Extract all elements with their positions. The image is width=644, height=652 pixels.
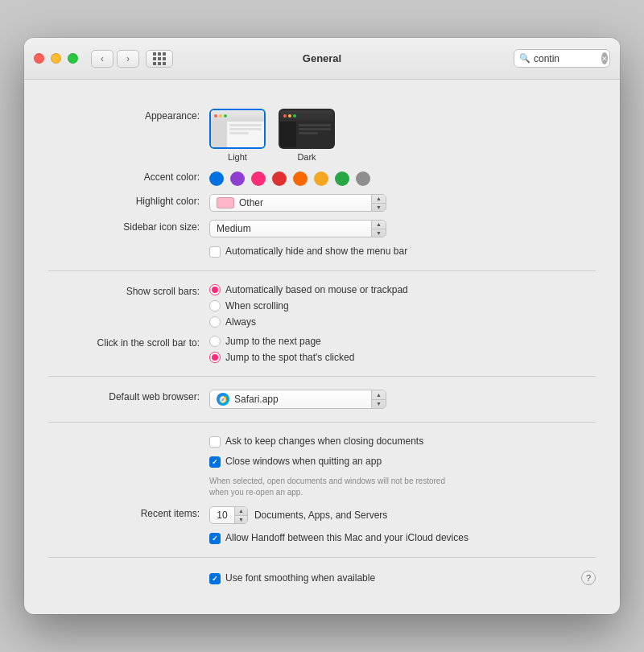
back-icon: ‹ xyxy=(101,53,104,64)
click-spot-radio[interactable] xyxy=(209,352,221,363)
scroll-scrolling-radio[interactable] xyxy=(209,300,221,312)
sidebar-size-down[interactable]: ▼ xyxy=(372,229,386,237)
light-thumb-sidebar xyxy=(211,122,227,147)
search-input[interactable] xyxy=(534,53,598,64)
highlight-color-text: Other xyxy=(239,197,263,208)
font-smoothing-checkbox[interactable] xyxy=(209,573,221,584)
accent-yellow[interactable] xyxy=(314,171,328,186)
accent-color-row: Accent color: xyxy=(48,170,596,186)
forward-icon: › xyxy=(126,53,130,64)
default-browser-row: Default web browser: 🧭 Safari.app ▲ ▼ xyxy=(48,390,596,409)
browser-up[interactable]: ▲ xyxy=(372,390,386,400)
thumb-dot-green xyxy=(224,114,227,118)
ask-keep-spacer xyxy=(48,435,209,437)
appearance-dark-option[interactable]: Dark xyxy=(279,109,335,162)
font-smoothing-help-button[interactable]: ? xyxy=(581,571,596,585)
forward-button[interactable]: › xyxy=(117,50,139,68)
scroll-auto-radio[interactable] xyxy=(209,284,221,295)
scroll-auto-label: Automatically based on mouse or trackpad xyxy=(225,284,408,295)
highlight-up-arrow[interactable]: ▲ xyxy=(372,195,386,204)
close-windows-checkbox-row: Close windows when quitting an app xyxy=(209,456,382,468)
recent-items-up[interactable]: ▲ xyxy=(235,507,247,515)
minimize-button[interactable] xyxy=(51,53,61,64)
accent-purple[interactable] xyxy=(230,171,245,186)
thumb-line-dark xyxy=(299,128,331,130)
thumb-line xyxy=(229,124,262,126)
click-next-page-radio[interactable] xyxy=(209,336,221,347)
default-browser-label: Default web browser: xyxy=(48,390,209,402)
accent-color-label: Accent color: xyxy=(48,170,209,183)
search-box[interactable]: 🔍 ✕ xyxy=(514,49,610,68)
click-scroll-bar-row: Click in the scroll bar to: Jump to the … xyxy=(48,336,596,363)
sidebar-icon-size-select[interactable]: Medium ▲ ▼ xyxy=(209,220,386,237)
handoff-row: Allow Handoff between this Mac and your … xyxy=(48,532,596,544)
scroll-auto-row: Automatically based on mouse or trackpad xyxy=(209,284,596,295)
nav-buttons: ‹ › xyxy=(91,50,139,68)
close-windows-hint: When selected, open documents and window… xyxy=(48,476,596,498)
search-icon: 🔍 xyxy=(519,53,530,64)
sidebar-icon-size-text: Medium xyxy=(210,221,371,237)
recent-items-down[interactable]: ▼ xyxy=(235,515,247,524)
handoff-checkbox[interactable] xyxy=(209,533,221,544)
browser-spinner[interactable]: ▲ ▼ xyxy=(371,390,386,408)
recent-items-arrows: ▲ ▼ xyxy=(234,507,247,523)
appearance-light-option[interactable]: Light xyxy=(209,109,266,162)
window: ‹ › General 🔍 ✕ Appearance: xyxy=(24,38,620,614)
back-button[interactable]: ‹ xyxy=(91,50,114,68)
light-theme-thumb[interactable] xyxy=(209,109,266,149)
highlight-swatch xyxy=(217,197,234,208)
dark-thumb-sidebar xyxy=(280,122,296,147)
handoff-label: Allow Handoff between this Mac and your … xyxy=(225,532,469,543)
highlight-color-select[interactable]: Other ▲ ▼ xyxy=(209,194,386,212)
thumb-dot-yellow xyxy=(219,114,222,118)
accent-graphite[interactable] xyxy=(356,171,370,186)
appearance-row: Appearance: xyxy=(48,109,596,162)
ask-keep-label: Ask to keep changes when closing documen… xyxy=(225,435,423,447)
recent-items-stepper[interactable]: 10 ▲ ▼ xyxy=(209,506,248,524)
highlight-color-row: Highlight color: Other ▲ ▼ xyxy=(48,194,596,212)
dark-thumb-main xyxy=(296,122,333,147)
accent-orange[interactable] xyxy=(293,171,308,186)
browser-section: Default web browser: 🧭 Safari.app ▲ ▼ xyxy=(48,377,596,423)
appearance-section: Appearance: xyxy=(48,96,596,271)
window-title: General xyxy=(303,52,341,64)
search-clear-button[interactable]: ✕ xyxy=(601,52,608,64)
close-windows-checkbox[interactable] xyxy=(209,456,221,468)
close-button[interactable] xyxy=(34,53,44,64)
sidebar-size-up[interactable]: ▲ xyxy=(372,221,386,229)
accent-pink[interactable] xyxy=(251,171,266,186)
dark-theme-thumb[interactable] xyxy=(279,109,335,149)
default-browser-select[interactable]: 🧭 Safari.app ▲ ▼ xyxy=(209,390,386,409)
highlight-spinner[interactable]: ▲ ▼ xyxy=(371,195,386,211)
font-smoothing-checkbox-row: Use font smoothing when available xyxy=(209,572,375,584)
sidebar-size-spinner[interactable]: ▲ ▼ xyxy=(371,221,386,237)
click-next-page-row: Jump to the next page xyxy=(209,336,596,347)
menu-bar-checkbox-row: Automatically hide and show the menu bar xyxy=(209,246,407,258)
click-spot-row: Jump to the spot that's clicked xyxy=(209,352,596,363)
ask-keep-checkbox-row: Ask to keep changes when closing documen… xyxy=(209,435,423,448)
highlight-down-arrow[interactable]: ▼ xyxy=(372,204,386,212)
accent-blue[interactable] xyxy=(209,171,224,186)
appearance-options: Light xyxy=(209,109,335,162)
menu-bar-label: Automatically hide and show the menu bar xyxy=(225,246,407,257)
sidebar-icon-size-row: Sidebar icon size: Medium ▲ ▼ xyxy=(48,220,596,237)
grid-button[interactable] xyxy=(146,50,173,68)
maximize-button[interactable] xyxy=(68,53,78,64)
default-browser-text: 🧭 Safari.app xyxy=(210,390,371,408)
menu-bar-row: Automatically hide and show the menu bar xyxy=(48,246,596,258)
sidebar-icon-size-label: Sidebar icon size: xyxy=(48,220,209,233)
accent-green[interactable] xyxy=(335,171,349,186)
font-smoothing-row: Use font smoothing when available ? xyxy=(48,571,596,585)
light-thumb-content xyxy=(211,122,264,147)
font-smoothing-section: Use font smoothing when available ? xyxy=(48,558,596,598)
ask-keep-checkbox[interactable] xyxy=(209,436,221,448)
scroll-always-radio[interactable] xyxy=(209,316,221,328)
menu-bar-checkbox[interactable] xyxy=(209,246,221,258)
close-windows-label: Close windows when quitting an app xyxy=(225,456,382,467)
recent-items-label: Recent items: xyxy=(48,506,209,519)
browser-down[interactable]: ▼ xyxy=(372,400,386,409)
click-next-page-label: Jump to the next page xyxy=(225,336,321,347)
highlight-color-label: Highlight color: xyxy=(48,194,209,207)
thumb-dot-red xyxy=(283,114,287,118)
accent-red[interactable] xyxy=(272,171,287,186)
